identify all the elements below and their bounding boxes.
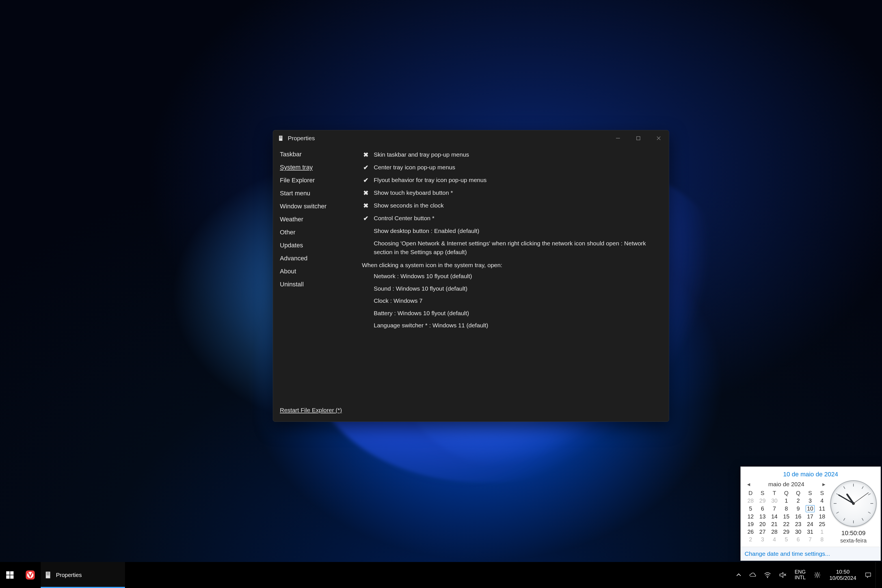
calendar-day[interactable]: 22 [780, 520, 792, 528]
show-desktop-button[interactable] [876, 562, 882, 588]
tray-overflow-button[interactable] [732, 562, 745, 588]
next-month-button[interactable]: ▸ [821, 481, 827, 488]
lang-top: ENG [795, 569, 806, 575]
nav-item-window-switcher[interactable]: Window switcher [280, 200, 362, 213]
flyout-label: Clock : Windows 7 [374, 296, 662, 305]
calendar-day[interactable]: 4 [768, 536, 780, 543]
setting-row[interactable]: Show seconds in the clock [362, 199, 662, 212]
calendar-day[interactable]: 29 [780, 528, 792, 536]
clock-tick [853, 520, 854, 523]
calendar-day[interactable]: 14 [768, 513, 780, 520]
setting-row[interactable]: Flyout behavior for tray icon pop-up men… [362, 174, 662, 187]
tray-clock[interactable]: 10:50 10/05/2024 [825, 562, 861, 588]
minimize-button[interactable] [608, 130, 628, 146]
change-date-time-link[interactable]: Change date and time settings... [745, 550, 830, 557]
tray-wifi[interactable] [760, 562, 775, 588]
setting-row[interactable]: Skin taskbar and tray pop-up menus [362, 148, 662, 161]
nav-item-about[interactable]: About [280, 265, 362, 278]
calendar-day[interactable]: 13 [756, 513, 768, 520]
calendar-day[interactable]: 19 [745, 520, 756, 528]
calendar-day[interactable]: 30 [792, 528, 804, 536]
close-button[interactable] [648, 130, 669, 146]
prev-month-button[interactable]: ◂ [746, 481, 752, 488]
nav-item-uninstall[interactable]: Uninstall [280, 278, 362, 291]
calendar-day[interactable]: 18 [816, 513, 828, 520]
setting-row[interactable]: Show desktop button : Enabled (default) [362, 225, 662, 237]
calendar-day[interactable]: 8 [780, 505, 792, 513]
restart-file-explorer-link[interactable]: Restart File Explorer (*) [280, 407, 362, 422]
nav-item-advanced[interactable]: Advanced [280, 252, 362, 265]
flyout-row[interactable]: Clock : Windows 7 [362, 295, 662, 307]
calendar: ◂ maio de 2024 ▸ DSTQQSS 282930123456789… [745, 480, 828, 544]
tray-language[interactable]: ENG INTL [791, 562, 810, 588]
cross-icon [362, 150, 370, 159]
calendar-day[interactable]: 31 [804, 528, 816, 536]
weekday-header: Q [780, 489, 792, 497]
calendar-day[interactable]: 24 [804, 520, 816, 528]
calendar-day[interactable]: 20 [756, 520, 768, 528]
clock-tick [843, 518, 845, 521]
svg-rect-13 [46, 573, 50, 573]
nav-item-taskbar[interactable]: Taskbar [280, 148, 362, 161]
setting-row[interactable]: Choosing 'Open Network & Internet settin… [362, 237, 662, 258]
flyout-row[interactable]: Sound : Windows 10 flyout (default) [362, 282, 662, 295]
calendar-day[interactable]: 6 [792, 536, 804, 543]
calendar-day[interactable]: 4 [816, 497, 828, 505]
pinned-app-vivaldi[interactable] [20, 562, 41, 588]
nav-item-other[interactable]: Other [280, 226, 362, 239]
nav-item-start-menu[interactable]: Start menu [280, 187, 362, 200]
digital-time: 10:50:09 [841, 530, 866, 537]
calendar-day[interactable]: 11 [816, 505, 828, 513]
tray-notifications[interactable] [861, 562, 875, 588]
nav-item-system-tray[interactable]: System tray [280, 161, 362, 174]
tray-volume[interactable] [776, 562, 790, 588]
calendar-day[interactable]: 28 [768, 528, 780, 536]
properties-window: Properties TaskbarSystem trayFile Explor… [273, 130, 669, 422]
calendar-day[interactable]: 5 [780, 536, 792, 543]
tray-onedrive[interactable] [746, 562, 760, 588]
clock-tick [843, 486, 845, 489]
calendar-day[interactable]: 17 [804, 513, 816, 520]
flyout-row[interactable]: Battery : Windows 10 flyout (default) [362, 307, 662, 320]
calendar-day[interactable]: 3 [756, 536, 768, 543]
calendar-grid[interactable]: DSTQQSS 28293012345678910111213141516171… [745, 489, 828, 543]
calendar-day[interactable]: 7 [804, 536, 816, 543]
setting-row[interactable]: Show touch keyboard button * [362, 187, 662, 199]
calendar-day[interactable]: 27 [756, 528, 768, 536]
calendar-day[interactable]: 10 [804, 505, 816, 513]
start-button[interactable] [0, 562, 20, 588]
tray-control-center[interactable] [810, 562, 824, 588]
maximize-button[interactable] [628, 130, 648, 146]
system-tray: ENG INTL 10:50 10/05/2024 [732, 562, 882, 588]
calendar-day[interactable]: 23 [792, 520, 804, 528]
setting-row[interactable]: Center tray icon pop-up menus [362, 161, 662, 174]
calendar-day[interactable]: 28 [745, 497, 756, 505]
nav-item-updates[interactable]: Updates [280, 239, 362, 252]
flyout-row[interactable]: Network : Windows 10 flyout (default) [362, 270, 662, 282]
calendar-day[interactable]: 12 [745, 513, 756, 520]
calendar-day[interactable]: 30 [768, 497, 780, 505]
calendar-day[interactable]: 7 [768, 505, 780, 513]
calendar-day[interactable]: 26 [745, 528, 756, 536]
nav-item-file-explorer[interactable]: File Explorer [280, 174, 362, 187]
calendar-day[interactable]: 6 [756, 505, 768, 513]
nav-item-weather[interactable]: Weather [280, 213, 362, 226]
calendar-day[interactable]: 5 [745, 505, 756, 513]
calendar-day[interactable]: 29 [756, 497, 768, 505]
calendar-day[interactable]: 16 [792, 513, 804, 520]
calendar-day[interactable]: 8 [816, 536, 828, 543]
taskbar-task-properties[interactable]: Properties [41, 562, 125, 588]
flyout-label: Sound : Windows 10 flyout (default) [374, 284, 662, 293]
flyout-row[interactable]: Language switcher * : Windows 11 (defaul… [362, 319, 662, 332]
calendar-day[interactable]: 3 [804, 497, 816, 505]
calendar-day[interactable]: 2 [745, 536, 756, 543]
calendar-day[interactable]: 21 [768, 520, 780, 528]
calendar-day[interactable]: 2 [792, 497, 804, 505]
calendar-day[interactable]: 1 [816, 528, 828, 536]
calendar-day[interactable]: 9 [792, 505, 804, 513]
titlebar[interactable]: Properties [273, 130, 669, 146]
calendar-day[interactable]: 1 [780, 497, 792, 505]
calendar-day[interactable]: 15 [780, 513, 792, 520]
setting-row[interactable]: Control Center button * [362, 212, 662, 225]
calendar-day[interactable]: 25 [816, 520, 828, 528]
